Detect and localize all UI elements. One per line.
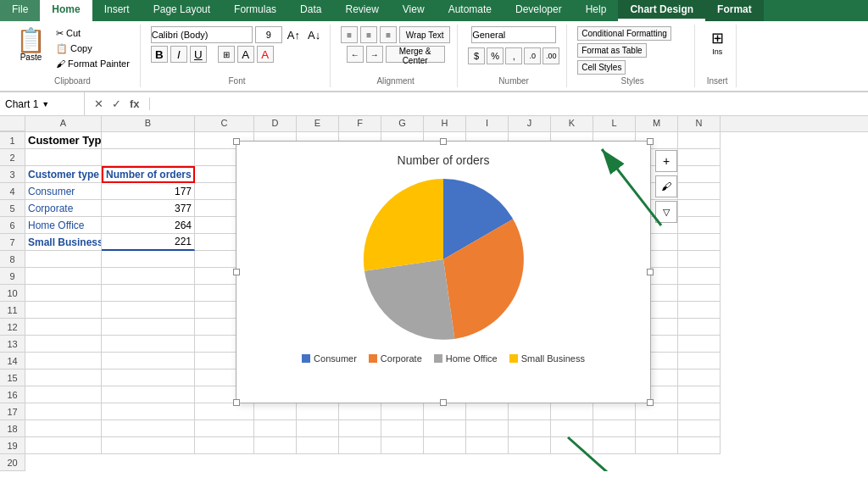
pie-slice-homeoffice[interactable] xyxy=(364,259,455,340)
col-header-i[interactable]: I xyxy=(466,116,509,131)
row-num-7[interactable]: 7 xyxy=(0,234,25,251)
resize-handle-tl[interactable] xyxy=(233,138,240,145)
row-num-18[interactable]: 18 xyxy=(0,420,25,437)
paste-button[interactable]: 📋 Paste xyxy=(12,26,50,64)
format-as-table-button[interactable]: Format as Table xyxy=(577,43,647,58)
cell-n2[interactable] xyxy=(678,149,721,166)
cell-n7[interactable] xyxy=(678,234,721,251)
resize-handle-bm[interactable] xyxy=(440,399,447,406)
cell-b3[interactable]: Number of orders xyxy=(102,166,195,183)
col-header-d[interactable]: D xyxy=(254,116,297,131)
indent-inc-button[interactable]: → xyxy=(366,46,383,63)
row-num-12[interactable]: 12 xyxy=(0,319,25,336)
indent-dec-button[interactable]: ← xyxy=(347,46,364,63)
format-painter-button[interactable]: 🖌 Format Painter xyxy=(53,57,133,70)
cell-b4[interactable]: 177 xyxy=(102,183,195,200)
col-header-c[interactable]: C xyxy=(195,116,254,131)
cancel-formula-button[interactable]: ✕ xyxy=(92,97,106,110)
font-shrink-icon[interactable]: A↓ xyxy=(305,28,323,42)
tab-formulas[interactable]: Formulas xyxy=(222,0,288,21)
tab-chart-design[interactable]: Chart Design xyxy=(618,0,705,21)
row-num-19[interactable]: 19 xyxy=(0,437,25,454)
row-num-2[interactable]: 2 xyxy=(0,149,25,166)
cell-n4[interactable] xyxy=(678,183,721,200)
row-num-8[interactable]: 8 xyxy=(0,251,25,268)
col-header-l[interactable]: L xyxy=(593,116,636,131)
font-grow-icon[interactable]: A↑ xyxy=(285,28,303,42)
bold-button[interactable]: B xyxy=(151,46,168,63)
cell-n1[interactable] xyxy=(678,132,721,149)
cell-n6[interactable] xyxy=(678,217,721,234)
font-size-input[interactable] xyxy=(255,26,282,43)
cell-n8[interactable] xyxy=(678,251,721,268)
align-right-button[interactable]: ≡ xyxy=(380,26,397,43)
cell-b7[interactable]: 221 xyxy=(102,234,195,251)
tab-format[interactable]: Format xyxy=(705,0,764,21)
cell-a4[interactable]: Consumer xyxy=(25,183,102,200)
align-left-button[interactable]: ≡ xyxy=(341,26,358,43)
name-box-dropdown-icon[interactable]: ▼ xyxy=(42,100,49,108)
cell-n3[interactable] xyxy=(678,166,721,183)
italic-button[interactable]: I xyxy=(170,46,187,63)
col-header-f[interactable]: F xyxy=(339,116,381,131)
cell-a6[interactable]: Home Office xyxy=(25,217,102,234)
tab-page-layout[interactable]: Page Layout xyxy=(142,0,222,21)
insert-cells-button[interactable]: ⊞ Ins xyxy=(705,26,729,58)
tab-file[interactable]: File xyxy=(0,0,40,21)
cell-a1[interactable]: Customer Type xyxy=(25,132,102,149)
border-button[interactable]: ⊞ xyxy=(218,46,235,63)
cell-b6[interactable]: 264 xyxy=(102,217,195,234)
cell-a5[interactable]: Corporate xyxy=(25,200,102,217)
row-num-20[interactable]: 20 xyxy=(0,454,25,471)
cell-a3[interactable]: Customer type xyxy=(25,166,102,183)
row-num-11[interactable]: 11 xyxy=(0,302,25,319)
cell-a2[interactable] xyxy=(25,149,102,166)
col-header-e[interactable]: E xyxy=(297,116,339,131)
font-family-input[interactable] xyxy=(151,26,253,43)
col-header-n[interactable]: N xyxy=(678,116,721,131)
insert-function-button[interactable]: fx xyxy=(127,97,142,110)
conditional-formatting-button[interactable]: Conditional Formatting xyxy=(577,26,671,41)
row-num-3[interactable]: 3 xyxy=(0,166,25,183)
confirm-formula-button[interactable]: ✓ xyxy=(109,97,124,110)
chart-styles-button[interactable]: 🖌 xyxy=(655,175,677,197)
dec-inc-button[interactable]: .0 xyxy=(524,47,541,64)
row-num-5[interactable]: 5 xyxy=(0,200,25,217)
resize-handle-bl[interactable] xyxy=(233,399,240,406)
col-header-j[interactable]: J xyxy=(509,116,551,131)
resize-handle-mr[interactable] xyxy=(647,269,654,275)
cell-b1[interactable] xyxy=(102,132,195,149)
resize-handle-ml[interactable] xyxy=(233,269,240,275)
col-header-b[interactable]: B xyxy=(102,116,195,131)
col-header-a[interactable]: A xyxy=(25,116,102,131)
currency-button[interactable]: $ xyxy=(468,47,485,64)
row-num-9[interactable]: 9 xyxy=(0,268,25,285)
cell-b5[interactable]: 377 xyxy=(102,200,195,217)
align-center-button[interactable]: ≡ xyxy=(360,26,377,43)
tab-home[interactable]: Home xyxy=(40,0,92,21)
name-box[interactable]: Chart 1 ▼ xyxy=(0,92,85,115)
resize-handle-br[interactable] xyxy=(647,399,654,406)
cell-b8[interactable] xyxy=(102,251,195,268)
tab-developer[interactable]: Developer xyxy=(504,0,574,21)
col-header-h[interactable]: H xyxy=(424,116,466,131)
formula-input[interactable] xyxy=(150,98,868,110)
cell-b2[interactable] xyxy=(102,149,195,166)
copy-button[interactable]: 📋 Copy xyxy=(53,42,133,56)
chart-container[interactable]: Number of orders xyxy=(236,141,651,403)
tab-help[interactable]: Help xyxy=(574,0,619,21)
underline-button[interactable]: U xyxy=(190,46,207,63)
comma-button[interactable]: , xyxy=(505,47,522,64)
cell-styles-button[interactable]: Cell Styles xyxy=(577,60,626,75)
tab-data[interactable]: Data xyxy=(288,0,333,21)
resize-handle-tm[interactable] xyxy=(440,138,447,145)
cell-n5[interactable] xyxy=(678,200,721,217)
col-header-m[interactable]: M xyxy=(636,116,678,131)
fill-color-button[interactable]: A xyxy=(237,46,254,63)
resize-handle-tr[interactable] xyxy=(647,138,654,145)
merge-center-button[interactable]: Merge & Center xyxy=(386,46,445,63)
row-num-10[interactable]: 10 xyxy=(0,285,25,302)
tab-insert[interactable]: Insert xyxy=(92,0,142,21)
row-num-14[interactable]: 14 xyxy=(0,353,25,370)
tab-view[interactable]: View xyxy=(391,0,437,21)
